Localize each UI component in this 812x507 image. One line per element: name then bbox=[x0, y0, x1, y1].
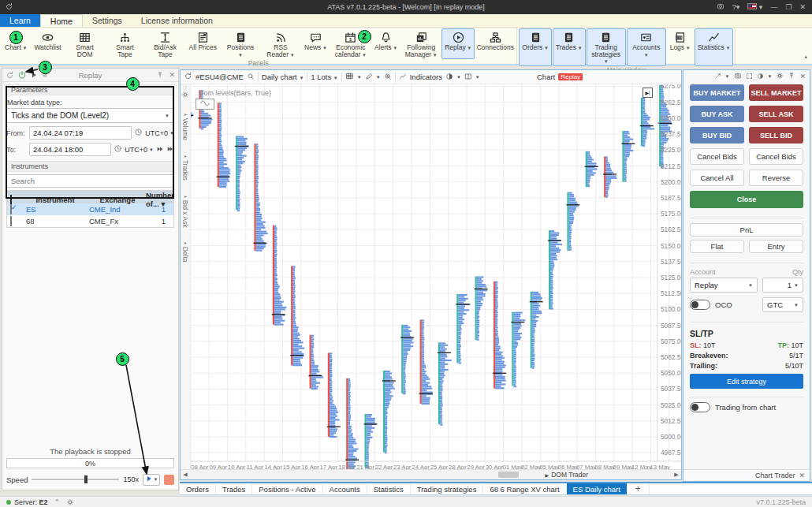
to-datetime-input[interactable]: 24.04.24 18:00 bbox=[29, 143, 111, 156]
ribbon-button-rss-reader[interactable]: RSS Reader ▼ bbox=[261, 28, 300, 59]
tab-orders[interactable]: Orders bbox=[180, 483, 216, 494]
qty-select[interactable]: 1▼ bbox=[762, 278, 803, 293]
tif-select[interactable]: GTC▼ bbox=[762, 297, 803, 312]
indicator-icon-box[interactable] bbox=[196, 99, 214, 110]
market-data-type-select[interactable]: Ticks and the DOM (Level2) ▼ bbox=[6, 108, 174, 123]
instruments-section-header[interactable]: Instruments bbox=[6, 161, 174, 172]
cancel-bids-button[interactable]: Cancel Bids bbox=[690, 148, 744, 165]
ribbon-button-positions[interactable]: Positions ▼ bbox=[221, 28, 260, 59]
ribbon-button-trades[interactable]: Trades ▼ bbox=[553, 28, 586, 66]
entry-button[interactable]: Entry bbox=[749, 240, 803, 253]
ribbon-tab-home[interactable]: Home bbox=[40, 14, 83, 27]
chart-trader-tab[interactable]: Chart Trader bbox=[755, 472, 795, 479]
play-icon[interactable] bbox=[30, 71, 38, 79]
speed-slider[interactable] bbox=[32, 479, 119, 480]
search-icon[interactable] bbox=[247, 73, 255, 82]
search-input[interactable] bbox=[7, 175, 173, 187]
minimize-button[interactable]: — bbox=[770, 3, 777, 11]
cancel-all-button[interactable]: Cancel All bbox=[690, 170, 744, 186]
ribbon-button-logs[interactable]: LOGLogs ▼ bbox=[667, 28, 694, 66]
from-timezone-select[interactable]: UTC+0▼ bbox=[145, 129, 174, 137]
tab-statistics[interactable]: Statistics bbox=[367, 483, 411, 494]
zoom-icon[interactable] bbox=[384, 73, 392, 82]
fast-forward-icon[interactable] bbox=[156, 145, 164, 155]
buy-market-button[interactable]: BUY MARKET bbox=[690, 84, 744, 101]
tab-trades[interactable]: Trades bbox=[216, 483, 252, 494]
close-button[interactable]: ✕ bbox=[799, 3, 806, 11]
go-to-latest-icon[interactable]: ▶| bbox=[643, 88, 653, 98]
expand-icon[interactable] bbox=[746, 73, 753, 81]
from-datetime-input[interactable]: 24.04.24 07:19 bbox=[29, 126, 132, 140]
screenshot-icon[interactable] bbox=[717, 2, 724, 12]
buy-bid-button[interactable]: BUY BID bbox=[690, 127, 744, 144]
trading-from-chart-toggle[interactable] bbox=[690, 402, 710, 412]
price-chart[interactable]: 5275.005262.505250.005237.505225.005212.… bbox=[191, 84, 681, 469]
account-select[interactable]: Replay▼ bbox=[690, 278, 758, 293]
table-row[interactable]: ESCME_Ind1 bbox=[7, 203, 173, 215]
timeframe-select[interactable]: Daily chart ▼ bbox=[262, 73, 304, 81]
oco-toggle[interactable] bbox=[690, 300, 710, 310]
flat-button[interactable]: Flat bbox=[690, 240, 744, 253]
ribbon-button-accounts[interactable]: Accounts ▼ bbox=[627, 28, 666, 66]
pin-icon[interactable] bbox=[788, 72, 795, 81]
collapsed-panel-trades[interactable]: Trades bbox=[181, 153, 189, 181]
sell-bid-button[interactable]: SELL BID bbox=[749, 127, 803, 144]
tab-positions-active[interactable]: Positions - Active bbox=[252, 483, 322, 494]
edit-strategy-button[interactable]: Edit strategy bbox=[690, 374, 803, 389]
ribbon-button-watchlist[interactable]: Watchlist bbox=[31, 28, 64, 59]
pin-icon[interactable] bbox=[156, 71, 164, 79]
column-header-exchange[interactable]: Exchange bbox=[89, 196, 146, 204]
scrollbar-track[interactable] bbox=[190, 470, 672, 479]
ribbon-button-all-prices[interactable]: All Prices bbox=[186, 28, 220, 59]
pnl-button[interactable]: PnL bbox=[690, 223, 803, 237]
ribbon-collapse-icon[interactable]: ▴ bbox=[804, 54, 807, 60]
drawing-tools-icon[interactable] bbox=[365, 73, 373, 82]
ribbon-button-following-manager[interactable]: Following Manager ▼ bbox=[401, 28, 441, 59]
ribbon-button-bid-ask-tape[interactable]: Bid/Ask Tape bbox=[146, 28, 185, 59]
column-header-instrument[interactable]: Instrument bbox=[21, 196, 89, 204]
close-position-button[interactable]: Close bbox=[690, 191, 803, 208]
speed-slider-thumb[interactable] bbox=[84, 475, 88, 483]
power-button-icon[interactable] bbox=[17, 70, 27, 80]
help-icon[interactable]: ?▾ bbox=[732, 3, 740, 11]
skip-to-end-icon[interactable] bbox=[166, 145, 174, 155]
ribbon-button-alerts[interactable]: Alerts ▼ bbox=[371, 28, 400, 59]
row-checkbox[interactable] bbox=[7, 217, 21, 226]
close-tab-icon[interactable]: ✕ bbox=[799, 472, 805, 479]
collapsed-panel-volume[interactable]: Volume bbox=[181, 111, 189, 140]
ribbon-button-connections[interactable]: Connections bbox=[475, 28, 515, 59]
sell-market-button[interactable]: SELL MARKET bbox=[749, 84, 803, 101]
gear-icon[interactable] bbox=[66, 498, 74, 506]
gear-icon[interactable] bbox=[776, 72, 784, 81]
close-panel-icon[interactable]: ✕ bbox=[799, 73, 806, 80]
parameters-section-header[interactable]: Parameters bbox=[6, 84, 174, 95]
ribbon-tab-license-information[interactable]: License information bbox=[132, 14, 222, 27]
tab-68-6-range-xv-chart[interactable]: 68 6 Range XV chart bbox=[483, 483, 566, 494]
start-playback-button[interactable]: ▼ bbox=[143, 474, 160, 486]
tab-es-daily-chart[interactable]: ES Daily chart bbox=[567, 483, 628, 494]
templates-icon[interactable] bbox=[345, 72, 354, 82]
language-flag-icon[interactable]: ▾ bbox=[747, 3, 762, 11]
to-timezone-select[interactable]: UTC+0▼ bbox=[125, 146, 154, 154]
ribbon-button-orders[interactable]: Orders ▼ bbox=[519, 28, 552, 66]
scrollbar-thumb[interactable] bbox=[498, 472, 519, 478]
camera-icon[interactable] bbox=[734, 72, 742, 81]
buy-ask-button[interactable]: BUY ASK bbox=[690, 106, 744, 122]
ribbon-button-smart-tape[interactable]: Smart Tape bbox=[106, 28, 145, 59]
ribbon-button-statistics[interactable]: Statistics ▼ bbox=[695, 28, 734, 66]
close-panel-icon[interactable]: ✕ bbox=[169, 71, 175, 79]
ribbon-button-news[interactable]: News ▼ bbox=[301, 28, 330, 59]
scroll-left-icon[interactable]: ◀ bbox=[181, 472, 190, 478]
theme-icon[interactable] bbox=[445, 73, 453, 82]
collapse-icon[interactable]: ⌃ bbox=[54, 498, 61, 506]
resize-icon[interactable] bbox=[714, 73, 721, 81]
add-tab-button[interactable]: + bbox=[628, 483, 650, 494]
row-checkbox[interactable] bbox=[7, 205, 21, 214]
indicators-button[interactable]: Indicators bbox=[410, 73, 442, 81]
tab-trading-strategies[interactable]: Trading strategies bbox=[411, 483, 484, 494]
tab-accounts[interactable]: Accounts bbox=[323, 483, 367, 494]
symbol-label[interactable]: #ESU4@CME bbox=[196, 73, 244, 81]
select-all-checkbox[interactable] bbox=[7, 196, 21, 204]
scroll-right-icon[interactable]: ▶ bbox=[672, 472, 681, 478]
layout-icon[interactable] bbox=[464, 73, 472, 82]
